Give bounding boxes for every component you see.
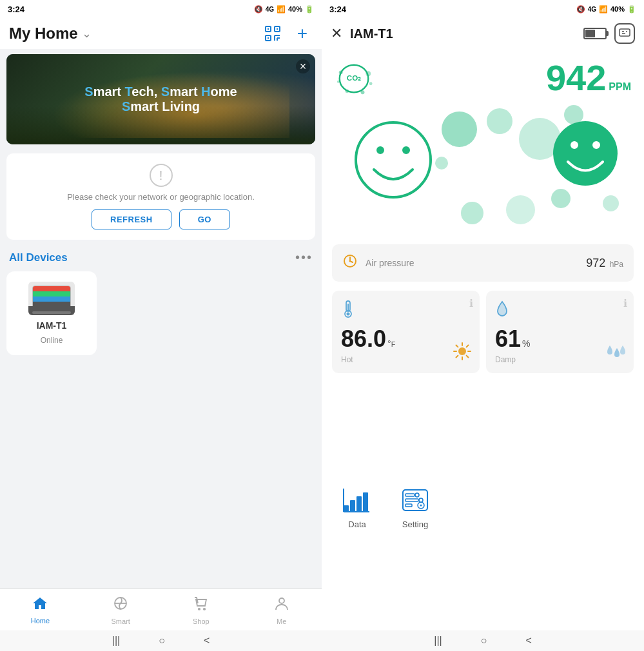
android-nav-right: ||| ○ < <box>322 630 644 651</box>
humidity-card: ℹ 61 % Damp <box>486 291 634 373</box>
damp-icon <box>604 343 626 365</box>
data-label: Data <box>348 520 366 529</box>
nav-smart[interactable]: Smart <box>101 595 140 625</box>
banner-line1: Smart Tech, Smart Home <box>84 84 237 99</box>
right-panel: 3:24 🔇 4G 📶 40% 🔋 ✕ IAM-T1 <box>322 0 644 651</box>
temp-info-button[interactable]: ℹ <box>469 297 473 309</box>
android-home-button[interactable]: ○ <box>159 635 165 646</box>
android-nav-left: ||| ○ < <box>0 630 322 651</box>
device-title: IAM-T1 <box>350 26 576 41</box>
bottom-nav: Home Smart Shop <box>0 588 322 630</box>
svg-point-14 <box>279 598 284 603</box>
svg-point-28 <box>402 146 410 154</box>
svg-point-23 <box>361 90 365 94</box>
pressure-unit: hPa <box>610 260 623 269</box>
nav-me[interactable]: Me <box>262 595 301 625</box>
status-bar-left: 3:24 🔇 4G 📶 40% 🔋 <box>0 0 322 18</box>
android-home-button-right[interactable]: ○ <box>481 635 487 646</box>
nav-shop-label: Shop <box>193 617 210 625</box>
nav-home-label: Home <box>31 617 50 625</box>
all-devices-header: All Devices ••• <box>0 244 322 269</box>
temperature-card: ℹ 86.0 °F Hot <box>332 291 480 373</box>
warning-icon: ! <box>150 164 173 187</box>
banner-line2: Smart Living <box>84 99 237 114</box>
svg-rect-48 <box>350 500 355 512</box>
svg-rect-55 <box>405 499 418 501</box>
android-back-button[interactable]: < <box>204 635 210 646</box>
left-panel: 3:24 🔇 4G 📶 40% 🔋 My Home ⌄ <box>0 0 322 651</box>
thermometer-icon <box>341 300 471 322</box>
bubble-animation <box>332 105 634 234</box>
battery-left: 40% <box>288 5 302 13</box>
device-status: Online <box>41 336 63 345</box>
co2-value: 942 <box>546 57 606 99</box>
more-options-button[interactable]: ••• <box>295 250 313 265</box>
metrics-row: ℹ 86.0 °F Hot <box>322 286 644 378</box>
top-bar-left: My Home ⌄ + <box>0 18 322 49</box>
humidity-icon <box>495 300 625 322</box>
device-card-iam-t1[interactable]: IAM-T1 Online <box>6 271 97 355</box>
network-error-card: ! Please check your network or geographi… <box>6 153 315 240</box>
svg-point-38 <box>458 347 466 355</box>
battery-indicator <box>583 28 607 39</box>
promo-banner: Smart Tech, Smart Home Smart Living × <box>6 54 315 144</box>
time-right: 3:24 <box>329 5 346 14</box>
svg-rect-54 <box>405 494 415 496</box>
shop-icon <box>193 595 210 616</box>
time-left: 3:24 <box>8 5 24 14</box>
pressure-icon <box>342 253 358 273</box>
nav-shop[interactable]: Shop <box>182 595 220 625</box>
add-button[interactable]: + <box>292 23 313 44</box>
svg-point-24 <box>337 80 340 83</box>
svg-line-46 <box>467 345 469 347</box>
device-name: IAM-T1 <box>37 320 67 331</box>
svg-line-44 <box>467 356 469 358</box>
smiley-section <box>322 99 644 240</box>
svg-rect-36 <box>347 304 349 311</box>
svg-rect-49 <box>356 496 362 512</box>
svg-point-27 <box>376 146 384 154</box>
setting-button[interactable]: Setting <box>393 485 438 529</box>
go-button[interactable]: GO <box>179 209 230 229</box>
svg-point-58 <box>420 505 422 507</box>
data-icon <box>342 485 373 516</box>
temperature-value: 86.0 <box>341 326 386 353</box>
svg-point-37 <box>347 313 350 316</box>
heat-icon <box>453 342 472 365</box>
svg-point-12 <box>199 608 200 609</box>
humidity-unit: % <box>522 338 530 349</box>
data-button[interactable]: Data <box>335 485 380 529</box>
chat-button[interactable] <box>614 23 635 44</box>
setting-icon <box>400 485 431 516</box>
chevron-down-icon[interactable]: ⌄ <box>82 26 92 41</box>
svg-rect-15 <box>620 29 630 36</box>
setting-label: Setting <box>402 520 428 529</box>
android-recents-button-right[interactable]: ||| <box>434 635 442 646</box>
android-recents-button[interactable]: ||| <box>112 635 120 646</box>
close-button[interactable]: ✕ <box>331 25 342 42</box>
title-area: My Home ⌄ <box>9 24 92 43</box>
svg-point-26 <box>356 122 431 197</box>
nav-smart-label: Smart <box>111 617 130 625</box>
co2-icon: CO₂ <box>335 59 373 97</box>
bottom-actions: Data Setting <box>322 474 644 534</box>
status-icons-left: 🔇 4G 📶 40% 🔋 <box>254 5 314 14</box>
network-message: Please check your network or geographic … <box>67 192 255 202</box>
smiley-filled-icon <box>550 118 621 189</box>
humidity-info-button[interactable]: ℹ <box>623 297 627 309</box>
android-back-button-right[interactable]: < <box>525 635 531 646</box>
svg-rect-56 <box>405 504 412 507</box>
svg-line-43 <box>456 345 458 347</box>
scan-button[interactable] <box>262 23 283 44</box>
battery-fill <box>585 30 595 37</box>
device-image <box>28 282 75 315</box>
svg-text:CO₂: CO₂ <box>347 73 361 81</box>
svg-point-22 <box>345 89 349 93</box>
nav-home[interactable]: Home <box>21 596 59 625</box>
svg-rect-3 <box>268 28 269 30</box>
banner-close-button[interactable]: × <box>296 59 310 73</box>
home-icon <box>32 596 48 615</box>
refresh-button[interactable]: REFRESH <box>92 209 171 229</box>
pressure-label: Air pressure <box>366 258 578 268</box>
status-bar-right: 3:24 🔇 4G 📶 40% 🔋 <box>322 0 644 18</box>
